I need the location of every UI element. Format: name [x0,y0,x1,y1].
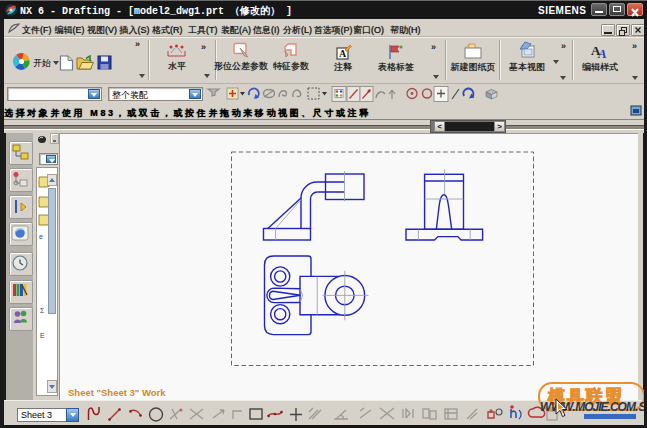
svg-text:E: E [40,332,45,339]
svg-text:e: e [39,233,43,240]
svg-text:Σ: Σ [40,307,45,314]
svg-text:A: A [597,46,607,59]
